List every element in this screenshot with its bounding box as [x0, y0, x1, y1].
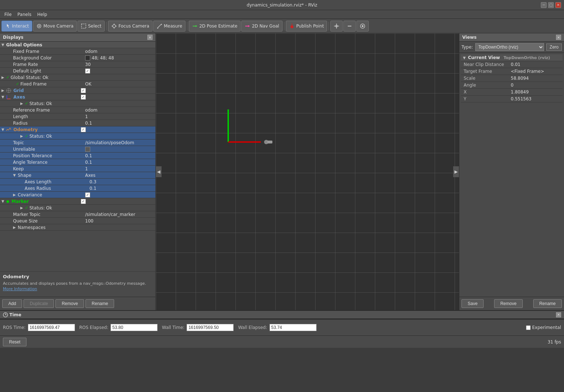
svg-point-3 — [113, 25, 116, 28]
focus-camera-button[interactable]: Focus Camera — [108, 21, 153, 32]
odometry-covariance-checkbox[interactable]: ✓ — [85, 192, 90, 197]
views-type-label: Type: — [461, 45, 473, 50]
odometry-keep-row[interactable]: Keep 1 — [0, 166, 155, 172]
odometry-status-row[interactable]: ▶ ✓ Status: Ok — [0, 133, 155, 139]
axes-row[interactable]: ▼ Axes ✓ — [0, 94, 155, 100]
wall-time-input[interactable] — [187, 324, 234, 331]
ros-time-input[interactable] — [28, 324, 75, 331]
svg-marker-12 — [196, 25, 197, 27]
interact-button[interactable]: Interact — [1, 21, 32, 32]
displays-tree[interactable]: ▼ Global Options Fixed Frame odom Backgr… — [0, 42, 155, 271]
menu-file[interactable]: File — [1, 11, 14, 18]
time-panel-close[interactable]: ✕ — [556, 312, 561, 317]
pose-estimate-button[interactable]: 2D Pose Estimate — [189, 21, 241, 32]
marker-row[interactable]: ▼ ● Marker ✓ — [0, 198, 155, 205]
duplicate-button[interactable]: Duplicate — [24, 299, 54, 308]
views-zero-button[interactable]: Zero — [546, 43, 562, 51]
footer-bar: Reset 31 fps — [0, 335, 564, 348]
axes-length-value: 1 — [85, 114, 88, 119]
axes-refframe-row[interactable]: Reference Frame odom — [0, 107, 155, 113]
odometry-shape-row[interactable]: ▼ Shape Axes — [0, 172, 155, 179]
odometry-covariance-row[interactable]: ▶ Covariance ✓ — [0, 192, 155, 198]
ros-elapsed-input[interactable] — [110, 324, 158, 331]
select-button[interactable]: Select — [78, 21, 105, 32]
viewport-nav-left[interactable]: ◀ — [156, 166, 162, 177]
global-status-label: Global Status: Ok — [11, 75, 49, 80]
marker-dot-icon: ● — [6, 199, 9, 203]
crosshair-button[interactable] — [330, 21, 343, 32]
global-options-header[interactable]: ▼ Global Options — [0, 42, 155, 48]
time-panel-container: Time ✕ ROS Time: ROS Elapsed: Wall Time:… — [0, 310, 564, 335]
odometry-checkbox[interactable]: ✓ — [81, 127, 86, 132]
3d-viewport[interactable]: ◀ ▶ — [156, 33, 459, 310]
frame-rate-row[interactable]: Frame Rate 30 — [0, 61, 155, 68]
move-camera-icon — [36, 23, 42, 29]
views-current-header[interactable]: ▼ Current View TopDownOrtho (rviz) — [461, 54, 563, 61]
default-light-row[interactable]: Default Light ✓ — [0, 68, 155, 74]
axes-length-row[interactable]: Length 1 — [0, 113, 155, 120]
marker-namespaces-row[interactable]: ▶ Namespaces — [0, 224, 155, 231]
ros-elapsed-label: ROS Elapsed: — [79, 325, 108, 330]
add-button[interactable]: Add — [2, 299, 22, 308]
background-color-row[interactable]: Background Color 48; 48; 48 — [0, 55, 155, 61]
odometry-row[interactable]: ▼ Odometry ✓ — [0, 126, 155, 133]
rename-button[interactable]: Rename — [85, 299, 114, 308]
grid-checkbox[interactable]: ✓ — [81, 88, 86, 93]
displays-panel-close[interactable]: ✕ — [147, 35, 153, 40]
odometry-topic-row[interactable]: Topic /simulation/poseOdom — [0, 139, 155, 146]
settings-button[interactable] — [356, 21, 369, 32]
views-x-label: X — [464, 89, 511, 95]
axes-icon — [6, 95, 11, 100]
odometry-unreliable-checkbox[interactable] — [85, 147, 90, 152]
odometry-postol-label: Position Tolerance — [13, 153, 52, 158]
views-panel-header: Views ✕ — [459, 33, 564, 42]
odometry-status-check: ✓ — [25, 134, 28, 138]
views-current-label: Current View — [468, 55, 500, 60]
svg-point-15 — [291, 25, 293, 28]
odometry-angtol-row[interactable]: Angle Tolerance 0.1 — [0, 159, 155, 166]
odometry-axlen-label: Axes Length — [25, 179, 51, 184]
global-status-row[interactable]: ▶ ✓ Global Status: Ok — [0, 74, 155, 81]
odometry-axrad-row[interactable]: Axes Radius 0.1 — [0, 185, 155, 192]
views-remove-button[interactable]: Remove — [494, 299, 523, 308]
views-save-button[interactable]: Save — [461, 299, 484, 308]
marker-queuesize-value: 100 — [85, 218, 93, 224]
odometry-shape-value: Axes — [85, 173, 96, 178]
measure-button[interactable]: Measure — [153, 21, 185, 32]
viewport-nav-right[interactable]: ▶ — [453, 166, 459, 177]
marker-checkbox[interactable]: ✓ — [81, 199, 86, 204]
maximize-button[interactable]: □ — [548, 2, 554, 8]
axes-checkbox[interactable]: ✓ — [81, 95, 86, 100]
views-type-select[interactable]: TopDownOrtho (rviz) — [475, 43, 544, 51]
nav-goal-button[interactable]: 2D Nav Goal — [241, 21, 282, 32]
odometry-postol-row[interactable]: Position Tolerance 0.1 — [0, 153, 155, 159]
reset-button[interactable]: Reset — [3, 338, 26, 346]
minimize-button[interactable]: ─ — [541, 2, 547, 8]
views-rename-button[interactable]: Rename — [533, 299, 562, 308]
odometry-unreliable-row[interactable]: Unreliable — [0, 146, 155, 153]
axes-status-row[interactable]: ▶ ✓ Status: Ok — [0, 100, 155, 107]
default-light-checkbox[interactable]: ✓ — [85, 68, 90, 74]
menu-help[interactable]: Help — [34, 11, 50, 18]
marker-queuesize-row[interactable]: Queue Size 100 — [0, 218, 155, 224]
odometry-axlen-row[interactable]: Axes Length 0.3 — [0, 179, 155, 185]
odometry-topic-label: Topic — [13, 140, 24, 145]
experimental-checkbox[interactable] — [526, 325, 531, 330]
marker-status-row[interactable]: ▶ ✓ Status: Ok — [0, 205, 155, 211]
wall-elapsed-input[interactable] — [270, 324, 317, 331]
grid-row[interactable]: ▶ Grid ✓ — [0, 87, 155, 94]
more-info-link[interactable]: More Information — [3, 287, 37, 291]
views-angle-label: Angle — [464, 83, 511, 88]
menu-panels[interactable]: Panels — [14, 11, 34, 18]
minus-button[interactable] — [343, 21, 356, 32]
fixed-frame-row[interactable]: Fixed Frame odom — [0, 48, 155, 55]
move-camera-button[interactable]: Move Camera — [33, 21, 77, 32]
marker-topic-row[interactable]: Marker Topic /simulation/car_marker — [0, 211, 155, 218]
views-target-frame-row: Target Frame <Fixed Frame> — [461, 68, 563, 75]
publish-point-button[interactable]: Publish Point — [286, 21, 327, 32]
remove-button[interactable]: Remove — [55, 299, 84, 308]
views-panel-close[interactable]: ✕ — [556, 35, 561, 40]
global-status-fixed-frame-row[interactable]: ✓ Fixed Frame OK — [0, 81, 155, 87]
close-button[interactable]: ✕ — [555, 2, 561, 8]
axes-radius-row[interactable]: Radius 0.1 — [0, 120, 155, 126]
